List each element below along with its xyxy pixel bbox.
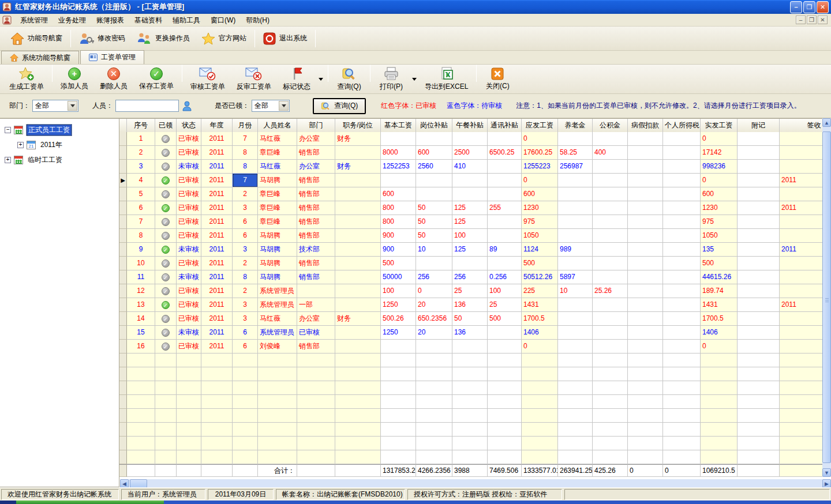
grid-cell-gross[interactable]: 1406 bbox=[522, 326, 558, 340]
exit-system-button[interactable]: 退出系统 bbox=[257, 29, 313, 48]
received-status-cell[interactable]: ✓ bbox=[155, 326, 177, 340]
grid-cell-month[interactable]: 3 bbox=[233, 243, 258, 257]
grid-cell-seq[interactable]: 7 bbox=[127, 215, 155, 229]
grid-cell-comm[interactable]: 25 bbox=[488, 298, 522, 312]
minimize-button[interactable]: – bbox=[790, 1, 802, 13]
empty-cell[interactable] bbox=[258, 353, 297, 367]
empty-cell[interactable] bbox=[593, 409, 628, 423]
empty-cell[interactable] bbox=[381, 395, 416, 409]
grid-cell-gross[interactable]: 17600.25 bbox=[522, 146, 558, 160]
grid-cell-gross[interactable]: 0 bbox=[522, 174, 558, 187]
grid-cell-fund[interactable] bbox=[593, 257, 628, 270]
grid-cell-fund[interactable] bbox=[593, 243, 628, 257]
empty-cell[interactable] bbox=[119, 437, 127, 450]
empty-cell[interactable] bbox=[488, 353, 522, 367]
add-person-button[interactable]: + 添加人员 bbox=[55, 65, 94, 93]
save-payroll-button[interactable]: ✓ 保存工资单 bbox=[133, 65, 179, 93]
grid-cell-pension[interactable] bbox=[558, 312, 593, 326]
grid-cell-status[interactable]: 未审核 bbox=[177, 326, 201, 340]
change-password-button[interactable]: 修改密码 bbox=[73, 29, 131, 48]
grid-cell-duty[interactable]: 财务 bbox=[335, 132, 381, 146]
grid-cell-lunch[interactable] bbox=[452, 340, 488, 353]
grid-cell-base[interactable]: 800 bbox=[381, 201, 416, 215]
empty-cell[interactable] bbox=[663, 395, 701, 409]
empty-cell[interactable] bbox=[155, 353, 177, 367]
grid-cell-comm[interactable] bbox=[488, 132, 522, 146]
grid-cell-seq[interactable]: 13 bbox=[127, 298, 155, 312]
mark-status-button[interactable]: 标记状态 bbox=[277, 65, 316, 93]
grid-cell-sick[interactable] bbox=[628, 201, 663, 215]
empty-cell[interactable] bbox=[335, 367, 381, 381]
empty-cell[interactable] bbox=[258, 450, 297, 464]
row-indicator-cell[interactable]: ▶ bbox=[119, 174, 127, 187]
grid-cell-base[interactable]: 1250 bbox=[381, 298, 416, 312]
empty-cell[interactable] bbox=[593, 450, 628, 464]
dept-filter-select[interactable]: 全部 bbox=[32, 100, 78, 112]
grid-cell-gross[interactable]: 600 bbox=[522, 187, 558, 201]
grid-cell-comm[interactable] bbox=[488, 326, 522, 340]
grid-cell-net[interactable]: 1406 bbox=[701, 326, 738, 340]
mark-status-dropdown-arrow[interactable] bbox=[319, 78, 323, 81]
chevron-down-icon[interactable] bbox=[279, 101, 289, 111]
grid-cell-note[interactable] bbox=[738, 284, 780, 298]
empty-cell[interactable] bbox=[119, 395, 127, 409]
grid-cell-lunch[interactable] bbox=[452, 174, 488, 187]
grid-cell-sick[interactable] bbox=[628, 243, 663, 257]
empty-cell[interactable] bbox=[701, 367, 738, 381]
empty-cell[interactable] bbox=[663, 423, 701, 437]
grid-cell-duty[interactable] bbox=[335, 174, 381, 187]
empty-cell[interactable] bbox=[127, 353, 155, 367]
empty-cell[interactable] bbox=[522, 437, 558, 450]
empty-cell[interactable] bbox=[201, 381, 233, 395]
grid-cell-year[interactable]: 2011 bbox=[201, 201, 233, 215]
empty-cell[interactable] bbox=[155, 450, 177, 464]
grid-cell-base[interactable]: 900 bbox=[381, 229, 416, 243]
grid-cell-gross[interactable]: 1124 bbox=[522, 243, 558, 257]
grid-cell-note[interactable] bbox=[738, 201, 780, 215]
received-status-cell[interactable]: ✓ bbox=[155, 340, 177, 353]
grid-cell-dept[interactable]: 销售部 bbox=[297, 187, 335, 201]
empty-cell[interactable] bbox=[381, 409, 416, 423]
grid-cell-sick[interactable] bbox=[628, 187, 663, 201]
grid-cell-duty[interactable] bbox=[335, 284, 381, 298]
grid-cell-year[interactable]: 2011 bbox=[201, 146, 233, 160]
menu-reports[interactable]: 账簿报表 bbox=[91, 14, 129, 26]
empty-cell[interactable] bbox=[628, 409, 663, 423]
grid-cell-post[interactable]: 20 bbox=[416, 326, 452, 340]
empty-cell[interactable] bbox=[335, 395, 381, 409]
grid-cell-net[interactable]: 0 bbox=[701, 340, 738, 353]
empty-cell[interactable] bbox=[738, 367, 780, 381]
unaudit-payroll-button[interactable]: 反审工资单 bbox=[231, 65, 277, 93]
grid-cell-comm[interactable]: 255 bbox=[488, 201, 522, 215]
received-filter-select[interactable]: 全部 bbox=[252, 100, 290, 112]
received-status-cell[interactable]: ✓ bbox=[155, 257, 177, 270]
empty-cell[interactable] bbox=[201, 437, 233, 450]
expand-icon[interactable]: + bbox=[5, 157, 11, 163]
grid-cell-gross[interactable]: 975 bbox=[522, 215, 558, 229]
grid-cell-dept[interactable]: 办公室 bbox=[297, 160, 335, 174]
empty-cell[interactable] bbox=[738, 381, 780, 395]
empty-cell[interactable] bbox=[335, 450, 381, 464]
grid-cell-note[interactable] bbox=[738, 215, 780, 229]
grid-cell-note[interactable] bbox=[738, 270, 780, 284]
grid-cell-seq[interactable]: 3 bbox=[127, 160, 155, 174]
scroll-left-arrow[interactable]: ◀ bbox=[120, 479, 129, 488]
grid-cell-status[interactable]: 已审核 bbox=[177, 174, 201, 187]
grid-cell-pension[interactable]: 5897 bbox=[558, 270, 593, 284]
empty-cell[interactable] bbox=[628, 450, 663, 464]
horizontal-scroll-thumb[interactable] bbox=[130, 479, 147, 488]
empty-cell[interactable] bbox=[558, 437, 593, 450]
grid-cell-net[interactable]: 1230 bbox=[701, 201, 738, 215]
grid-cell-duty[interactable]: 财务 bbox=[335, 160, 381, 174]
column-header-pension[interactable]: 养老金 bbox=[558, 119, 593, 133]
empty-cell[interactable] bbox=[558, 367, 593, 381]
grid-cell-net[interactable]: 17142 bbox=[701, 146, 738, 160]
grid-cell-year[interactable]: 2011 bbox=[201, 284, 233, 298]
grid-cell-lunch[interactable]: 136 bbox=[452, 326, 488, 340]
row-indicator-cell[interactable] bbox=[119, 284, 127, 298]
grid-cell-lunch[interactable]: 125 bbox=[452, 243, 488, 257]
empty-cell[interactable] bbox=[119, 353, 127, 367]
empty-cell[interactable] bbox=[738, 437, 780, 450]
grid-cell-tax[interactable] bbox=[663, 270, 701, 284]
grid-cell-status[interactable]: 已审核 bbox=[177, 298, 201, 312]
